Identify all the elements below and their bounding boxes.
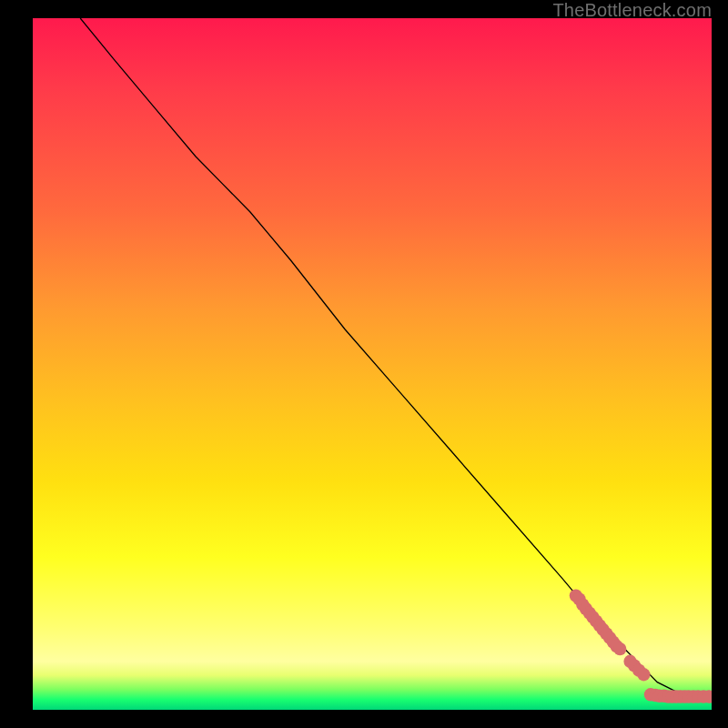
data-point — [637, 668, 650, 681]
scatter-points — [570, 589, 712, 703]
chart-frame: TheBottleneck.com — [0, 0, 728, 728]
chart-svg — [33, 18, 712, 710]
curve-line — [80, 18, 712, 696]
plot-area — [33, 18, 712, 710]
data-point — [613, 642, 626, 655]
watermark-text: TheBottleneck.com — [552, 0, 712, 21]
